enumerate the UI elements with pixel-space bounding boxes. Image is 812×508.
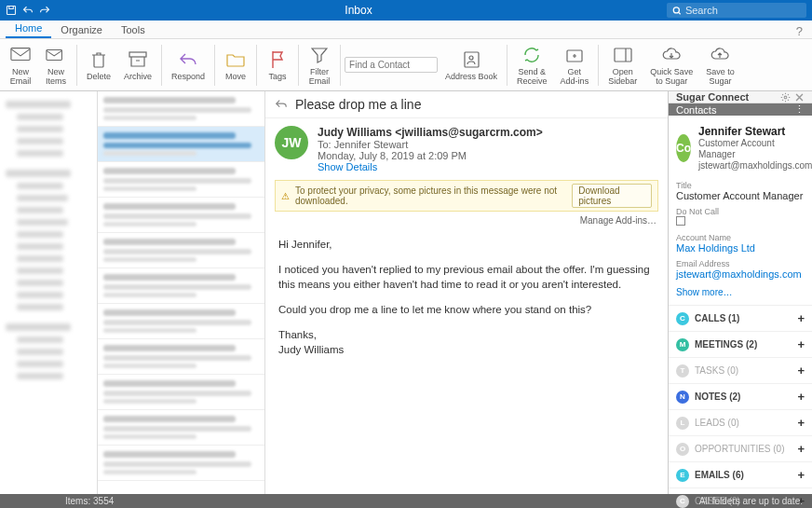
tags-button[interactable]: Tags — [261, 42, 294, 89]
undo-icon[interactable] — [22, 5, 34, 16]
list-item[interactable] — [98, 339, 264, 375]
message-from: Judy Williams <jwilliams@sugarcrm.com> — [318, 126, 543, 139]
find-contact-input[interactable] — [345, 57, 438, 73]
add-task-button[interactable]: + — [797, 364, 805, 378]
list-item[interactable] — [98, 375, 264, 410]
manage-addins-link[interactable]: Manage Add-ins… — [265, 212, 668, 229]
list-item[interactable] — [98, 233, 264, 268]
sugar-section-title: Contacts — [676, 104, 716, 116]
list-item[interactable] — [98, 446, 264, 481]
privacy-bar: ⚠ To protect your privacy, some pictures… — [275, 180, 658, 212]
field-title-value: Customer Account Manager — [676, 190, 805, 201]
archive-icon — [128, 49, 148, 70]
message-date: Monday, July 8, 2019 at 2:09 PM — [318, 150, 543, 161]
list-item[interactable] — [98, 198, 264, 233]
field-email-label: Email Address — [676, 259, 805, 268]
address-book-button[interactable]: Address Book — [440, 42, 503, 89]
cloud-save-icon — [710, 45, 730, 65]
item-count: Items: 3554 — [9, 496, 114, 506]
global-search[interactable] — [667, 3, 806, 18]
field-dnc-label: Do Not Call — [676, 207, 805, 216]
message-body: Hi Jennifer, I noticed you haven't repli… — [265, 229, 668, 375]
save-sugar-button[interactable]: Save to Sugar — [700, 42, 740, 89]
sync-icon — [521, 45, 542, 65]
svg-rect-3 — [47, 49, 61, 60]
help-icon[interactable]: ? — [796, 24, 806, 38]
list-item[interactable] — [98, 268, 264, 304]
field-email-value[interactable]: jstewart@maxholdings.com — [676, 268, 805, 280]
calls-icon: C — [676, 312, 689, 325]
sidebar-icon — [613, 45, 633, 65]
panel-tasks[interactable]: TTASKS (0)+ — [669, 358, 812, 384]
trash-icon — [88, 49, 109, 70]
contact-title: Customer Account Manager — [698, 138, 812, 160]
delete-button[interactable]: Delete — [81, 42, 116, 89]
show-more-link[interactable]: Show more… — [669, 285, 812, 305]
add-opp-button[interactable]: + — [797, 442, 805, 456]
list-item[interactable] — [98, 91, 264, 127]
respond-button[interactable]: Respond — [166, 42, 210, 89]
warning-icon: ⚠ — [281, 191, 290, 201]
ribbon: New Email New Items Delete Archive Respo… — [0, 39, 812, 91]
show-details-link[interactable]: Show Details — [318, 161, 543, 172]
list-item[interactable] — [98, 162, 264, 198]
sender-avatar: JW — [275, 126, 308, 159]
more-menu-icon[interactable]: ⋮ — [794, 103, 805, 116]
panel-opportunities[interactable]: OOPPORTUNITIES (0)+ — [669, 436, 812, 462]
message-to: To: Jennifer Stewart — [318, 139, 543, 150]
add-call-button[interactable]: + — [797, 311, 805, 325]
list-item[interactable] — [98, 127, 264, 162]
save-icon[interactable] — [6, 5, 17, 16]
field-account-value[interactable]: Max Holdings Ltd — [676, 242, 805, 254]
list-item[interactable] — [98, 304, 264, 339]
message-list[interactable] — [98, 91, 265, 494]
search-input[interactable] — [685, 5, 801, 16]
panel-emails[interactable]: EEMAILS (6)+ — [669, 462, 812, 488]
gear-icon[interactable] — [780, 92, 791, 103]
panel-calls[interactable]: CCALLS (1)+ — [669, 306, 812, 332]
flag-icon — [267, 49, 288, 70]
sync-status: All folders are up to date. — [699, 496, 803, 506]
reply-indicator-icon — [275, 98, 288, 111]
close-icon[interactable] — [794, 92, 805, 103]
add-meeting-button[interactable]: + — [797, 337, 805, 351]
tab-home[interactable]: Home — [6, 20, 51, 38]
emails-icon: E — [676, 469, 689, 482]
panel-leads[interactable]: LLEADS (0)+ — [669, 410, 812, 436]
archive-button[interactable]: Archive — [118, 42, 157, 89]
folder-nav[interactable] — [0, 91, 98, 494]
reply-icon — [178, 49, 198, 70]
send-receive-button[interactable]: Send & Receive — [511, 42, 553, 89]
svg-rect-8 — [615, 48, 631, 62]
add-note-button[interactable]: + — [797, 390, 805, 404]
new-items-button[interactable]: New Items — [39, 42, 73, 89]
get-addins-button[interactable]: Get Add-ins — [555, 42, 595, 89]
field-title-label: Title — [676, 181, 805, 190]
open-sidebar-button[interactable]: Open Sidebar — [602, 42, 643, 89]
meetings-icon: M — [676, 338, 689, 351]
panel-notes[interactable]: NNOTES (2)+ — [669, 384, 812, 410]
filter-icon — [309, 45, 330, 65]
panel-meetings[interactable]: MMEETINGS (2)+ — [669, 332, 812, 358]
privacy-text: To protect your privacy, some pictures i… — [295, 185, 572, 206]
do-not-call-checkbox[interactable] — [676, 216, 685, 226]
contact-email: jstewart@maxholdings.com — [698, 160, 812, 172]
quick-save-button[interactable]: Quick Save to Sugar — [644, 42, 698, 89]
download-pictures-button[interactable]: Download pictures — [572, 184, 652, 208]
sugar-header-title: Sugar Connect — [676, 91, 749, 103]
menu-tabs: Home Organize Tools ? — [0, 21, 812, 39]
add-email-button[interactable]: + — [797, 468, 805, 482]
address-book-icon — [461, 49, 481, 70]
tab-tools[interactable]: Tools — [112, 21, 155, 38]
notes-icon: N — [676, 391, 689, 404]
redo-icon[interactable] — [39, 5, 50, 16]
list-item[interactable] — [98, 410, 264, 446]
contact-avatar: Co — [676, 134, 691, 162]
move-button[interactable]: Move — [219, 42, 252, 89]
folder-icon — [225, 49, 246, 70]
svg-rect-2 — [11, 48, 30, 60]
filter-button[interactable]: Filter Email — [303, 42, 336, 89]
add-lead-button[interactable]: + — [797, 416, 805, 430]
new-email-button[interactable]: New Email — [4, 42, 37, 89]
tab-organize[interactable]: Organize — [51, 21, 112, 38]
